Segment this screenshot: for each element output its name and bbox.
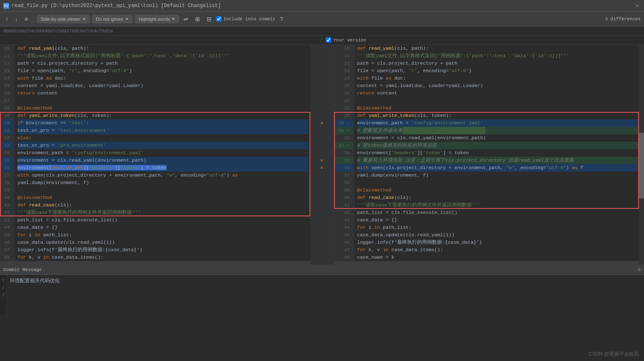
ln-45: 45	[0, 231, 13, 239]
include-commit-label[interactable]: Include into commit	[216, 16, 275, 22]
window-title: read_file.py (D:\python2022\pytest_api_y…	[12, 3, 221, 9]
rln-40: 40	[334, 194, 353, 201]
rln-44: 44	[334, 224, 353, 231]
ln-47: 47	[0, 246, 13, 254]
left-line-23: file = open(path, 'r', encoding='utf-8')	[17, 67, 308, 75]
ln-29: 29	[0, 112, 13, 119]
left-line-43: path_list = cls.file_execute_list()	[17, 216, 308, 224]
commit-area: Commit Message ⚙ 1 2 3	[0, 264, 644, 314]
ln-20: 20	[0, 45, 13, 52]
right-line-30: environment_path = 'config/environment.y…	[357, 119, 642, 127]
left-line-41: def read_case(cls):	[17, 201, 308, 209]
commit-settings-icon[interactable]: ⚙	[638, 267, 641, 273]
left-line-47: logger.info(f'最终执行的用例数据:{case_data}')	[17, 246, 308, 254]
ignore-button[interactable]: Do not ignore ▼	[92, 15, 132, 23]
rln-29: 29	[334, 112, 353, 119]
right-scrollbar-thumb[interactable]	[639, 133, 644, 199]
ln-48: 48	[0, 254, 13, 261]
collapse-button[interactable]: ⊟	[205, 15, 214, 24]
rln-36: 36	[334, 164, 353, 172]
ln-31: 31	[0, 127, 13, 134]
gutter-line-28	[310, 104, 334, 112]
viewer-mode-button[interactable]: Side-by-side viewer ▼	[37, 15, 90, 23]
expand-button[interactable]: ⊞	[193, 15, 202, 24]
right-line-31: # 把配置文件读出来	[357, 127, 642, 134]
nav-down-button[interactable]: ↓	[13, 15, 20, 24]
rln-41: 41	[334, 201, 353, 209]
right-code-area[interactable]: 20 21 22 23 24 25 26 27 28 29 30 ✓ 31 ✓ …	[334, 45, 644, 261]
ln-36: 36	[0, 164, 13, 172]
right-line-20: def read_yaml(cls, path):	[357, 45, 642, 52]
your-version-checkbox[interactable]	[326, 37, 331, 43]
rln-25: 25	[334, 82, 353, 90]
right-line-23: file = open(path, 'r', encoding='utf-8')	[357, 67, 642, 75]
gutter-line-40	[310, 194, 334, 201]
ln-32: 32	[0, 134, 13, 142]
right-line-34: environment['headers']['token'] = token	[357, 149, 642, 157]
gutter-line-29	[310, 112, 334, 119]
right-line-22: path = cls.project_directory + path	[357, 60, 642, 67]
rln-28: 28	[334, 104, 353, 112]
ln-44: 44	[0, 224, 13, 231]
include-commit-text: Include into commit	[223, 17, 275, 22]
right-line-48: case_name = k	[357, 254, 642, 261]
toolbar-separator-1	[33, 15, 34, 23]
right-line-38	[357, 179, 642, 187]
ln-40: 40	[0, 194, 13, 201]
close-button[interactable]: ✕	[634, 2, 641, 9]
left-line-25: content = yaml.load(doc, Loader=yaml.Loa…	[17, 82, 308, 90]
commit-message-input[interactable]	[7, 275, 644, 314]
help-button[interactable]: ?	[278, 15, 285, 24]
app-icon: py	[3, 3, 9, 9]
commit-content: 1 2 3	[0, 275, 644, 314]
gutter-line-45	[310, 231, 334, 239]
rln-31: 31 ✓	[334, 127, 353, 134]
highlight-button[interactable]: Highlight words ▼	[135, 15, 179, 23]
your-version-label: Your version	[334, 38, 366, 43]
rln-47: 47	[334, 246, 353, 254]
ignore-label: Do not ignore	[96, 17, 123, 22]
left-panel: 20 21 22 23 24 25 26 27 28 29 30 31 32 3…	[0, 45, 310, 264]
left-line-33: test_or_pro = 'pro_environment'	[17, 142, 308, 149]
commit-line-num-3: 3	[0, 291, 6, 299]
gutter-arrow-36: »	[310, 164, 334, 172]
right-line-32: environment = cls.read_yaml(environment_…	[357, 134, 642, 142]
right-scrollbar-track[interactable]	[639, 45, 644, 264]
swap-button[interactable]: ⇌	[181, 15, 190, 24]
nav-settings-button[interactable]: ≡	[22, 15, 30, 24]
left-line-24: with file as doc:	[17, 75, 308, 82]
gutter-arrow-30: »	[310, 119, 334, 127]
right-line-40: def read_case(cls):	[357, 194, 642, 201]
version-header-row: Your version	[0, 36, 644, 45]
rln-26: 26	[334, 90, 353, 97]
right-line-36: with open(cls.project_directory + enviro…	[357, 164, 642, 172]
gutter-line-42	[310, 209, 334, 216]
right-code-body: def read_yaml(cls, path): '''读取yaml文件,以字…	[355, 45, 644, 261]
ln-25: 25	[0, 82, 13, 90]
rln-39: 39	[334, 187, 353, 194]
include-commit-checkbox[interactable]	[216, 16, 222, 22]
right-line-21: '''读取yaml文件,以字典格式返回{'用例标题':{'path':'/tes…	[357, 52, 642, 60]
gutter-line-34	[310, 149, 334, 157]
gutter-line-37	[310, 172, 334, 179]
right-version-area: Your version	[322, 36, 644, 44]
nav-up-button[interactable]: ↑	[3, 15, 10, 24]
left-line-32: else:	[17, 134, 308, 142]
left-line-numbers: 20 21 22 23 24 25 26 27 28 29 30 31 32 3…	[0, 45, 15, 261]
commit-line-num-1: 1	[0, 276, 6, 284]
gutter-line-31	[310, 127, 334, 134]
viewer-mode-arrow: ▼	[82, 17, 86, 21]
gutter-line-20	[310, 45, 334, 52]
left-line-29: def yaml_write_token(cls, token):	[17, 112, 308, 119]
rln-32: 32	[334, 134, 353, 142]
right-line-29: def yaml_write_token(cls, token):	[357, 112, 642, 119]
left-scrollbar[interactable]	[0, 261, 310, 264]
left-line-26: return content	[17, 90, 308, 97]
left-line-42: '''读取case下需要执行的用例文件并返回用例数据'''	[17, 209, 308, 216]
left-code-area[interactable]: 20 21 22 23 24 25 26 27 28 29 30 31 32 3…	[0, 45, 310, 261]
right-line-28: @classmethod	[357, 104, 642, 112]
right-scrollbar-h[interactable]	[334, 261, 644, 264]
left-line-40: @classmethod	[17, 194, 308, 201]
gutter-line-26	[310, 90, 334, 97]
rln-33: 33 ✓	[334, 142, 353, 149]
